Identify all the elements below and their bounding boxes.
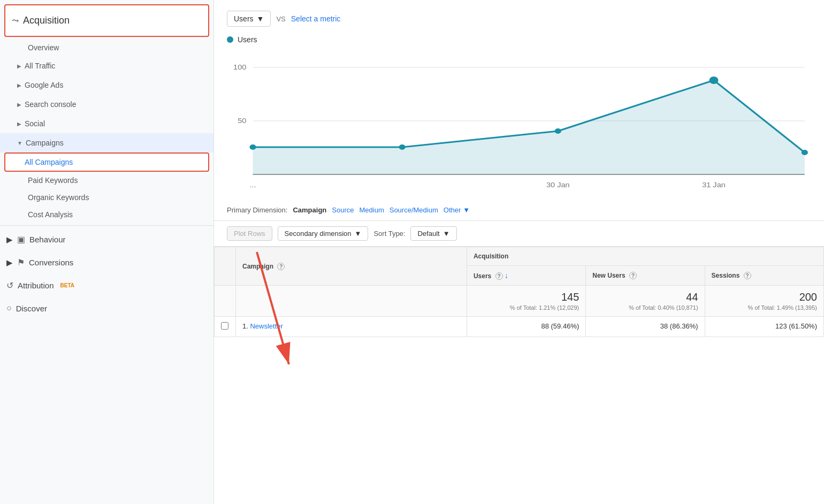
svg-point-7: [399, 144, 406, 150]
table-row: 1. Newsletter 88 (59.46%) 38 (86.36%) 12…: [215, 317, 824, 337]
sidebar-section-attribution-label: Attribution: [18, 281, 54, 290]
svg-text:100: 100: [233, 64, 246, 71]
sidebar-item-all-campaigns[interactable]: All Campaigns: [4, 152, 209, 172]
row-new-users-value: 38: [660, 322, 668, 330]
sidebar-section-behaviour[interactable]: ▶ ▣ Behaviour: [0, 228, 213, 251]
row-rank: 1.: [242, 322, 248, 330]
total-row-sessions-cell: 200 % of Total: 1.49% (13,395): [705, 286, 823, 317]
sidebar-item-cost-analysis-label: Cost Analysis: [28, 210, 73, 219]
dimension-active-campaign[interactable]: Campaign: [293, 206, 326, 214]
beta-badge: BETA: [60, 282, 74, 288]
attribution-icon: ↺: [6, 280, 13, 291]
chevron-right-icon: ▶: [17, 82, 21, 88]
row-new-users-pct: (86.36%): [670, 322, 698, 330]
data-table: Campaign ? Acquisition Users ? ↓ New Use…: [214, 247, 824, 337]
sidebar: ⤳ Acquisition Overview ▶ All Traffic ▶ G…: [0, 0, 214, 504]
line-chart: 100 50 ... 30 Jan 31 Jan: [227, 48, 811, 198]
sidebar-item-search-console[interactable]: ▶ Search console: [0, 95, 213, 114]
sidebar-item-social[interactable]: ▶ Social: [0, 114, 213, 133]
sidebar-item-all-traffic[interactable]: ▶ All Traffic: [0, 56, 213, 75]
sidebar-section-discover-label: Discover: [16, 304, 47, 313]
sidebar-section-conversions[interactable]: ▶ ⚑ Conversions: [0, 251, 213, 274]
secondary-dimension-button[interactable]: Secondary dimension ▼: [278, 226, 369, 241]
row-checkbox-cell: [215, 317, 236, 337]
row-users-cell: 88 (59.46%): [467, 317, 585, 337]
table-header-users: Users ? ↓: [467, 266, 585, 286]
users-help-icon[interactable]: ?: [495, 272, 503, 280]
row-sessions-pct: (61.50%): [789, 322, 817, 330]
dropdown-arrow-icon: ▼: [443, 230, 450, 238]
dimension-link-medium[interactable]: Medium: [359, 206, 384, 214]
dimension-other-label: Other: [444, 206, 461, 214]
svg-point-6: [249, 144, 256, 150]
acquisition-icon: ⤳: [12, 16, 19, 26]
row-new-users-cell: 38 (86.36%): [586, 317, 705, 337]
sidebar-item-paid-keywords[interactable]: Paid Keywords: [0, 172, 213, 189]
sidebar-item-cost-analysis[interactable]: Cost Analysis: [0, 206, 213, 223]
select-metric-link[interactable]: Select a metric: [291, 14, 341, 23]
sidebar-section-attribution[interactable]: ↺ Attribution BETA: [0, 274, 213, 297]
dropdown-arrow-icon: ▼: [355, 230, 362, 238]
new-users-help-icon[interactable]: ?: [629, 272, 637, 279]
dimension-bar: Primary Dimension: Campaign Source Mediu…: [214, 200, 824, 221]
svg-point-9: [709, 77, 719, 84]
primary-dimension-label: Primary Dimension:: [227, 206, 287, 214]
chevron-down-icon: ▼: [17, 140, 22, 146]
legend-label: Users: [238, 35, 257, 44]
behaviour-icon: ▣: [17, 234, 25, 245]
table-header-sessions: Sessions ?: [705, 266, 823, 286]
secondary-dimension-label: Secondary dimension: [285, 230, 352, 238]
dimension-dropdown-other[interactable]: Other ▼: [444, 206, 470, 214]
row-campaign-link[interactable]: Newsletter: [250, 322, 283, 330]
sidebar-item-google-ads-label: Google Ads: [25, 81, 63, 89]
chevron-right-icon: ▶: [6, 258, 13, 268]
row-checkbox[interactable]: [221, 322, 228, 330]
total-sessions-value: 200: [799, 291, 817, 303]
sort-default-label: Default: [417, 230, 439, 238]
svg-text:50: 50: [238, 117, 246, 124]
plot-rows-button[interactable]: Plot Rows: [227, 226, 272, 241]
svg-point-8: [555, 128, 561, 134]
total-sessions-sub: % of Total: 1.49% (13,395): [712, 304, 817, 311]
total-new-users-sub: % of Total: 0.40% (10,871): [592, 304, 698, 311]
table-controls: Plot Rows Secondary dimension ▼ Sort Typ…: [214, 221, 824, 247]
sidebar-item-google-ads[interactable]: ▶ Google Ads: [0, 75, 213, 95]
sidebar-item-campaigns-label: Campaigns: [26, 139, 64, 147]
chart-legend: Users: [227, 35, 811, 44]
sort-dropdown[interactable]: Default ▼: [410, 226, 456, 241]
sidebar-item-overview-label: Overview: [28, 43, 59, 52]
dropdown-chevron-icon: ▼: [463, 206, 470, 214]
chart-container: 100 50 ... 30 Jan 31 Jan: [227, 48, 811, 200]
svg-marker-5: [253, 80, 805, 174]
table-wrapper: Campaign ? Acquisition Users ? ↓ New Use…: [214, 247, 824, 337]
table-header-checkbox-col: [215, 247, 236, 286]
total-users-value: 145: [561, 291, 579, 303]
sidebar-item-organic-keywords[interactable]: Organic Keywords: [0, 189, 213, 206]
vs-label: VS: [276, 15, 285, 23]
sidebar-acquisition-title: Acquisition: [23, 15, 70, 26]
dimension-link-source-medium[interactable]: Source/Medium: [390, 206, 438, 214]
sidebar-item-search-console-label: Search console: [25, 100, 77, 109]
chart-area: Users ▼ VS Select a metric Users 100 50: [214, 0, 824, 200]
total-row-checkbox-cell: [215, 286, 236, 317]
table-header-new-users: New Users ?: [586, 266, 705, 286]
sort-arrow-icon[interactable]: ↓: [505, 271, 508, 280]
sidebar-section-discover[interactable]: ○ Discover: [0, 297, 213, 319]
row-users-pct: (59.46%): [551, 322, 579, 330]
chevron-right-icon: ▶: [17, 102, 21, 108]
table-header-campaign: Campaign ?: [236, 247, 467, 286]
table-total-row: 145 % of Total: 1.21% (12,029) 44 % of T…: [215, 286, 824, 317]
sidebar-item-campaigns[interactable]: ▼ Campaigns: [0, 133, 213, 152]
sessions-help-icon[interactable]: ?: [744, 272, 751, 279]
metric-dropdown[interactable]: Users ▼: [227, 11, 271, 27]
total-row-new-users-cell: 44 % of Total: 0.40% (10,871): [586, 286, 705, 317]
metric-dropdown-label: Users: [234, 14, 254, 23]
dimension-link-source[interactable]: Source: [332, 206, 354, 214]
sidebar-item-organic-keywords-label: Organic Keywords: [28, 193, 89, 202]
svg-text:...: ...: [249, 181, 256, 188]
campaign-help-icon[interactable]: ?: [277, 263, 285, 270]
sidebar-item-overview[interactable]: Overview: [0, 39, 213, 56]
svg-point-10: [802, 150, 808, 155]
sidebar-item-all-campaigns-label: All Campaigns: [25, 158, 73, 166]
sidebar-acquisition-header[interactable]: ⤳ Acquisition: [4, 4, 209, 37]
